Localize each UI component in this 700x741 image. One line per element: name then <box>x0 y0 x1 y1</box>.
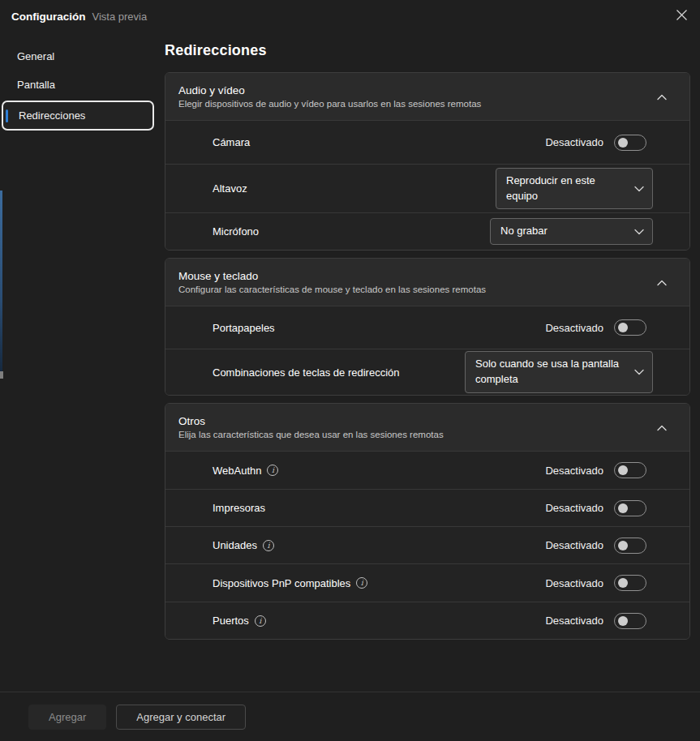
toggle-state-label: Desactivado <box>545 322 603 334</box>
setting-row-pnp: Dispositivos PnP compatibles i Desactiva… <box>165 563 689 602</box>
footer-bar: Agregar Agregar y conectar <box>0 692 700 741</box>
info-icon[interactable]: i <box>263 540 274 551</box>
setting-row-altavoz: Altavoz Reproducir en este equipo <box>165 164 689 212</box>
add-button[interactable]: Agregar <box>28 705 106 730</box>
chevron-down-icon <box>634 369 644 375</box>
card-subtitle: Configurar las características de mouse … <box>178 285 486 294</box>
toggle-knob <box>618 578 628 588</box>
sidebar-item-label: Pantalla <box>17 79 55 91</box>
titlebar: Configuración Vista previa <box>0 0 700 32</box>
dropdown-value: Reproducir en este equipo <box>506 173 626 204</box>
setting-row-microfono: Micrófono No grabar <box>165 212 689 250</box>
setting-label: Puertos <box>213 615 249 627</box>
chevron-up-icon <box>657 422 667 434</box>
settings-dialog: Configuración Vista previa General Panta… <box>0 0 700 741</box>
setting-label: Unidades <box>213 539 257 551</box>
card-audio-video: Audio y vídeo Elegir dispositivos de aud… <box>165 72 690 251</box>
setting-label: Cámara <box>213 136 250 148</box>
dropdown-value: Solo cuando se usa la pantalla completa <box>475 357 626 388</box>
toggle-state-label: Desactivado <box>545 539 603 551</box>
card-subtitle: Elegir dispositivos de audio y vídeo par… <box>178 99 481 109</box>
info-icon[interactable]: i <box>255 615 266 627</box>
card-otros-header[interactable]: Otros Elija las características que dese… <box>165 404 689 451</box>
impresoras-toggle[interactable] <box>614 500 646 516</box>
dropdown-value: No grabar <box>500 224 548 239</box>
dialog-title: Configuración <box>11 11 86 23</box>
collapse-button[interactable] <box>651 271 673 293</box>
info-icon[interactable]: i <box>356 577 367 589</box>
camara-toggle[interactable] <box>614 135 646 151</box>
toggle-state-label: Desactivado <box>545 577 603 589</box>
collapse-button[interactable] <box>651 85 673 108</box>
setting-label: Impresoras <box>213 502 265 514</box>
setting-row-puertos: Puertos i Desactivado <box>165 602 689 639</box>
microfono-dropdown[interactable]: No grabar <box>490 218 653 245</box>
setting-row-combinaciones: Combinaciones de teclas de redirección S… <box>165 349 689 395</box>
setting-row-portapapeles: Portapapeles Desactivado <box>165 306 689 349</box>
toggle-state-label: Desactivado <box>545 465 603 477</box>
toggle-knob <box>618 541 628 550</box>
setting-label: Micrófono <box>213 225 259 238</box>
settings-sidebar: General Pantalla Redirecciones <box>0 32 165 691</box>
main-panel: Redirecciones Audio y vídeo Elegir dispo… <box>165 32 700 691</box>
chevron-down-icon <box>634 186 644 192</box>
toggle-knob <box>618 503 628 513</box>
toggle-state-label: Desactivado <box>545 615 603 627</box>
altavoz-dropdown[interactable]: Reproducir en este equipo <box>496 168 653 210</box>
toggle-state-label: Desactivado <box>545 136 603 148</box>
collapse-button[interactable] <box>651 416 673 439</box>
setting-label: Combinaciones de teclas de redirección <box>213 366 400 379</box>
card-audio-video-header[interactable]: Audio y vídeo Elegir dispositivos de aud… <box>165 73 689 120</box>
selection-accent-bar <box>6 109 8 122</box>
pnp-toggle[interactable] <box>614 575 646 591</box>
toggle-knob <box>618 138 628 148</box>
setting-label: Portapapeles <box>213 322 275 334</box>
sidebar-item-label: General <box>17 50 54 62</box>
chevron-down-icon <box>634 229 644 235</box>
card-title: Otros <box>178 415 444 427</box>
toggle-knob <box>618 616 628 626</box>
card-subtitle: Elija las características que desea usar… <box>178 430 444 439</box>
page-title: Redirecciones <box>165 42 690 59</box>
sidebar-item-pantalla[interactable]: Pantalla <box>0 71 165 99</box>
background-window-edge <box>0 191 2 371</box>
background-window-edge-mark <box>0 371 3 379</box>
card-otros: Otros Elija las características que dese… <box>165 403 690 640</box>
sidebar-item-label: Redirecciones <box>19 109 85 122</box>
chevron-up-icon <box>657 91 667 103</box>
setting-label: WebAuthn <box>213 465 261 477</box>
webauthn-toggle[interactable] <box>614 462 646 478</box>
setting-row-webauthn: WebAuthn i Desactivado <box>165 451 689 489</box>
sidebar-item-redirecciones[interactable]: Redirecciones <box>2 101 154 131</box>
setting-row-unidades: Unidades i Desactivado <box>165 526 689 563</box>
setting-label: Dispositivos PnP compatibles <box>213 577 350 589</box>
unidades-toggle[interactable] <box>614 538 646 554</box>
card-title: Mouse y teclado <box>178 270 486 282</box>
info-icon[interactable]: i <box>267 465 278 476</box>
card-mouse-teclado: Mouse y teclado Configurar las caracterí… <box>165 258 690 396</box>
add-and-connect-button[interactable]: Agregar y conectar <box>116 705 246 730</box>
portapapeles-toggle[interactable] <box>614 319 646 336</box>
close-button[interactable] <box>663 0 700 32</box>
card-mouse-teclado-header[interactable]: Mouse y teclado Configurar las caracterí… <box>165 259 689 306</box>
combinaciones-dropdown[interactable]: Solo cuando se usa la pantalla completa <box>465 351 653 393</box>
setting-row-impresoras: Impresoras Desactivado <box>165 489 689 526</box>
toggle-knob <box>618 323 628 332</box>
chevron-up-icon <box>657 276 667 289</box>
setting-label: Altavoz <box>213 182 247 195</box>
setting-row-camara: Cámara Desactivado <box>165 120 689 164</box>
puertos-toggle[interactable] <box>614 613 646 629</box>
preview-badge: Vista previa <box>92 11 148 23</box>
toggle-knob <box>618 465 628 475</box>
sidebar-item-general[interactable]: General <box>0 42 165 71</box>
toggle-state-label: Desactivado <box>545 502 603 514</box>
close-icon <box>676 9 688 24</box>
card-title: Audio y vídeo <box>178 84 481 96</box>
